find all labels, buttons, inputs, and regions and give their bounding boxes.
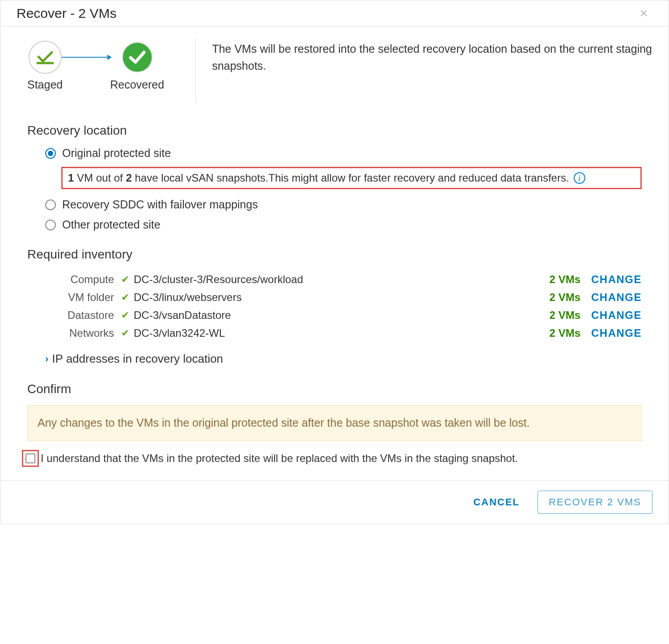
inventory-count: 2 VMs xyxy=(550,273,591,286)
change-link[interactable]: CHANGE xyxy=(591,273,642,286)
vm-count-2: 2 xyxy=(126,172,131,184)
inventory-label: VM folder xyxy=(45,291,121,304)
inventory-label: Compute xyxy=(45,273,121,286)
step-staged-label: Staged xyxy=(27,78,63,91)
info-icon[interactable]: i xyxy=(574,172,585,184)
inventory-row: Networks✔DC-3/vlan3242-WL2 VMsCHANGE xyxy=(45,324,642,342)
inventory-count: 2 VMs xyxy=(550,291,591,304)
recovery-location-heading: Recovery location xyxy=(27,123,642,138)
check-icon: ✔ xyxy=(121,292,134,303)
close-icon[interactable]: × xyxy=(635,5,652,21)
svg-point-1 xyxy=(123,42,152,72)
radio-icon xyxy=(45,220,56,230)
stepper: Staged Recovered xyxy=(27,38,196,103)
warning-banner: Any changes to the VMs in the original p… xyxy=(27,405,642,441)
change-link[interactable]: CHANGE xyxy=(591,309,642,322)
inventory-table: Compute✔DC-3/cluster-3/Resources/workloa… xyxy=(27,271,642,342)
inventory-row: Compute✔DC-3/cluster-3/Resources/workloa… xyxy=(45,271,642,288)
confirm-text: I understand that the VMs in the protect… xyxy=(41,452,518,465)
step-recovered-label: Recovered xyxy=(110,78,164,91)
radio-recovery-sddc[interactable]: Recovery SDDC with failover mappings xyxy=(45,198,642,211)
confirm-section: Confirm Any changes to the VMs in the or… xyxy=(0,382,669,467)
radio-label: Other protected site xyxy=(62,218,161,231)
recovery-location-section: Recovery location Original protected sit… xyxy=(0,123,669,231)
change-link[interactable]: CHANGE xyxy=(591,327,642,339)
inventory-count: 2 VMs xyxy=(550,309,591,322)
change-link[interactable]: CHANGE xyxy=(591,291,642,304)
checkbox-highlight xyxy=(22,450,39,467)
staged-step-icon xyxy=(29,41,62,74)
ip-addresses-label: IP addresses in recovery location xyxy=(52,352,223,366)
recovery-location-radio-group: Original protected site 1 VM out of 2 ha… xyxy=(27,147,642,231)
inventory-path: DC-3/cluster-3/Resources/workload xyxy=(134,273,550,286)
required-inventory-section: Required inventory Compute✔DC-3/cluster-… xyxy=(0,247,669,366)
cancel-button[interactable]: CANCEL xyxy=(465,491,528,513)
note-rest: have local vSAN snapshots.This might all… xyxy=(132,172,569,184)
inventory-label: Networks xyxy=(45,327,121,339)
modal-description: The VMs will be restored into the select… xyxy=(196,38,652,74)
chevron-right-icon: › xyxy=(45,353,48,365)
note-mid: VM out of xyxy=(74,172,126,184)
radio-original-site[interactable]: Original protected site xyxy=(45,147,642,160)
recover-button[interactable]: RECOVER 2 VMS xyxy=(538,491,652,514)
inventory-row: VM folder✔DC-3/linux/webservers2 VMsCHAN… xyxy=(45,288,642,306)
vsan-snapshot-text: 1 VM out of 2 have local vSAN snapshots.… xyxy=(68,172,569,184)
inventory-count: 2 VMs xyxy=(550,327,591,339)
radio-icon xyxy=(45,148,56,159)
modal-header: Recover - 2 VMs × xyxy=(0,0,669,26)
ip-addresses-expander[interactable]: › IP addresses in recovery location xyxy=(45,352,642,366)
confirm-checkbox[interactable] xyxy=(25,453,35,463)
radio-label: Original protected site xyxy=(62,147,171,160)
vm-count-1: 1 xyxy=(68,172,74,184)
inventory-path: DC-3/vlan3242-WL xyxy=(134,327,550,339)
recovered-step-icon xyxy=(121,41,154,74)
required-inventory-heading: Required inventory xyxy=(27,247,642,262)
radio-label: Recovery SDDC with failover mappings xyxy=(62,198,258,211)
confirm-heading: Confirm xyxy=(27,382,642,396)
radio-other-site[interactable]: Other protected site xyxy=(45,218,642,231)
stepper-row: Staged Recovered The VMs will be restore… xyxy=(0,26,669,107)
step-connector-arrow-icon xyxy=(62,57,111,58)
modal-title: Recover - 2 VMs xyxy=(17,6,116,21)
inventory-path: DC-3/linux/webservers xyxy=(134,291,550,304)
check-icon: ✔ xyxy=(121,274,134,285)
vsan-snapshot-note: 1 VM out of 2 have local vSAN snapshots.… xyxy=(61,167,642,189)
radio-icon xyxy=(45,199,56,210)
step-staged: Staged xyxy=(27,41,63,91)
check-icon: ✔ xyxy=(121,309,134,321)
inventory-row: Datastore✔DC-3/vsanDatastore2 VMsCHANGE xyxy=(45,306,642,324)
check-icon: ✔ xyxy=(121,327,134,339)
inventory-label: Datastore xyxy=(45,309,121,322)
step-recovered: Recovered xyxy=(110,41,164,91)
modal-footer: CANCEL RECOVER 2 VMS xyxy=(0,480,669,524)
inventory-path: DC-3/vsanDatastore xyxy=(134,309,550,322)
recover-modal: Recover - 2 VMs × Staged xyxy=(0,0,669,524)
confirm-checkbox-row[interactable]: I understand that the VMs in the protect… xyxy=(22,450,642,467)
